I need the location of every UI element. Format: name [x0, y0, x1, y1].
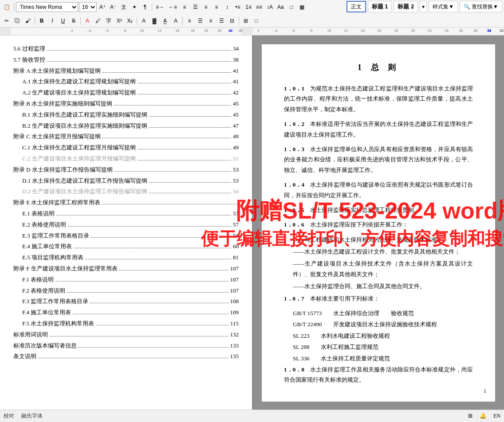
toc-item-f1: F.1 表格说明 107 [13, 275, 239, 285]
style-h1-button[interactable]: 标题 1 [368, 1, 392, 12]
align-justify-button[interactable]: ≡ [212, 2, 221, 12]
toc-panel: 5.6 过程监理 34 5.7 验收管控 38 附录 A 水土保持监理规划编写提… [0, 35, 253, 410]
multilevel-button[interactable]: ≡≡ [254, 2, 264, 12]
main-area: 5.6 过程监理 34 5.7 验收管控 38 附录 A 水土保持监理规划编写提… [0, 35, 504, 410]
toc-item-f4: F.4 施工单位常用表 109 [13, 308, 239, 317]
format-painter-button[interactable]: 🖌 [23, 16, 33, 26]
shape-button[interactable]: □ [252, 16, 261, 26]
cut-button[interactable]: ✂ [2, 16, 12, 26]
separator7 [239, 17, 239, 25]
ruler-right: 2 4 6 8 10 12 14 16 18 20 22 24 26 28 30… [253, 27, 504, 35]
toc-item-d1: D.1 水土保持生态建设工程监理工作报告编写提纲 53 [13, 176, 239, 186]
increase-font-button[interactable]: A⁺ [98, 2, 107, 12]
status-icon-1: ⊞ [468, 413, 472, 419]
toc-item-a1: A.1 水土保持生态建设工程监理规划编写提纲 41 [13, 77, 239, 86]
doc-list: ——与工程建设和水土保持相关的法律、法规及技术标准； ——水土保持生态建设工程设… [284, 234, 473, 292]
align-right-button[interactable]: ≡ [201, 2, 211, 12]
align-right2-button[interactable]: ≡ [206, 16, 216, 26]
ref-item-1: GB/T 15773 水土保持综合治理 验收规范 [293, 308, 473, 318]
text-shading-button[interactable]: A̲ [160, 16, 170, 26]
page-number: 1 [484, 388, 486, 395]
align-center2-button[interactable]: ☰ [195, 16, 205, 26]
text-fill-button[interactable]: ▓ [150, 16, 159, 26]
font-name-select[interactable]: Times New Roma [16, 2, 78, 12]
separator1 [14, 3, 14, 11]
pinyin-button[interactable]: 文 [119, 2, 129, 12]
align-center-button[interactable]: ☰ [190, 2, 200, 12]
text-border-button[interactable]: A [171, 16, 181, 26]
style-panel: 正文 标题 1 标题 2 ▼ 样式集▼ 🔍 查找替换▼ [346, 1, 502, 12]
chapter-title: 1 总 则 [284, 62, 473, 73]
toc-item-e3: E.3 监理工作常用表格目录 58 [13, 231, 239, 241]
toc-item-appendix-d: 附录 D 水土保持监理工作报告编写提纲 53 [13, 165, 239, 175]
indent-increase-button[interactable]: ≡→ [154, 2, 166, 12]
list-item-1: ——与工程建设和水土保持相关的法律、法规及技术标准； [284, 234, 473, 245]
table-button[interactable]: ⊞ [241, 16, 251, 26]
strikethrough-button[interactable]: S [69, 16, 79, 26]
distributed-button[interactable]: ⊟ [227, 16, 237, 26]
indent-decrease-button[interactable]: ←≡ [167, 2, 179, 12]
para-1-0-4: 1．0．4 水土保持监理单位与建设单位应依照有关规定以书面形式签订合同，并应按合… [284, 180, 473, 200]
border-button[interactable]: □ [287, 2, 296, 12]
style-more-button[interactable]: ▼ [420, 1, 427, 12]
italic-button[interactable]: I [47, 16, 57, 26]
subscript-button[interactable]: X₂ [125, 16, 135, 26]
toc-item-c2: C.2 生产建设项目水土保持监理月报编写提纲 51 [13, 154, 239, 164]
doc-page: 1 总 则 1．0．1 为规范水土保持生态建设工程监理和生产建设项目水土保持监理… [262, 44, 495, 402]
line-spacing-button[interactable]: ↕ [222, 2, 232, 12]
toc-item-e4: E.4 施工单位常用表 60 [13, 242, 239, 251]
paste-button[interactable]: 📋 [2, 2, 12, 12]
bold-button[interactable]: B [37, 16, 47, 26]
search-icon: 🔍 [464, 4, 470, 10]
toc-item-appendix-c: 附录 C 水土保持监理月报编写提纲 49 [13, 132, 239, 141]
find-replace-button[interactable]: 🔍 查找替换▼ [460, 1, 502, 12]
toc-item-a2: A.2 生产建设项目水土保持监理规划编写提纲 42 [13, 88, 239, 98]
style-normal-button[interactable]: 正文 [346, 1, 366, 12]
toc-item-f2: F.2 表格使用说明 107 [13, 286, 239, 296]
char-button[interactable]: 字 [104, 16, 114, 26]
bullet-button[interactable]: •≡ [233, 2, 243, 12]
font-size-select[interactable]: 16 [79, 2, 97, 12]
decrease-font-button[interactable]: A⁻ [108, 2, 118, 12]
toc-item-appendix-f: 附录 F 生产建设项目水土保持监理常用表 107 [13, 264, 239, 274]
shading-button[interactable]: ▦ [297, 2, 307, 12]
show-format-button[interactable]: Aa [276, 2, 286, 12]
toc-item-b1: B.1 水土保持生态建设工程监理实施细则编写提纲 45 [13, 110, 239, 120]
superscript-button[interactable]: X² [114, 16, 124, 26]
paragraph-mark-button[interactable]: ¶ [140, 2, 150, 12]
doc-panel: 1 总 则 1．0．1 为规范水土保持生态建设工程监理和生产建设项目水土保持监理… [253, 35, 504, 410]
font-status[interactable]: 融先字体 [21, 412, 43, 420]
separator5 [137, 17, 137, 25]
separator6 [182, 17, 183, 25]
toc-item-5-7: 5.7 验收管控 38 [13, 55, 239, 65]
toc-item-e5: E.5 项目监理机构常用表 81 [13, 253, 239, 262]
para-1-0-6: 1．0．6 水土保持监理应按下列依据开展工作： [284, 219, 473, 230]
numbering-button[interactable]: 1≡ [244, 2, 253, 12]
align-left-button[interactable]: ≡ [180, 2, 189, 12]
toc-item-d2: D.2 生产建设项目水土保持监理工作报告编写提纲 54 [13, 187, 239, 196]
status-bar: 校对 融先字体 ⊞ 🔔 EN [0, 410, 504, 422]
list-item-3: ——生产建设项目水土保持技术文件（含水土保持方案及其设计文件）、批复文件及其他相… [284, 258, 473, 279]
toc-item-appendix-b: 附录 B 水土保持监理实施细则编写提纲 45 [13, 99, 239, 109]
highlight-button[interactable]: 🖊 [93, 16, 103, 26]
toc-item-f3: F.3 监理工作常用表格目录 108 [13, 297, 239, 306]
underline-button[interactable]: U [58, 16, 68, 26]
list-item-4: ——水土保持监理合同、施工合同及其他合同文件。 [284, 281, 473, 291]
copy-button[interactable]: ⿻ [12, 16, 22, 26]
ref-item-3: SL 223 水利水电建设工程验收规程 [293, 331, 473, 341]
doc-refs: GB/T 15773 水土保持综合治理 验收规范 GB/T 22490 开发建设… [284, 308, 473, 363]
style-set-button[interactable]: 样式集▼ [429, 1, 458, 12]
font-color2-button[interactable]: A [139, 16, 149, 26]
toc-item-b2: B.2 生产建设项目水土保持监理实施细则编写提纲 47 [13, 121, 239, 131]
align-justify2-button[interactable]: ☰ [217, 16, 226, 26]
style-h2-button[interactable]: 标题 2 [394, 1, 418, 12]
font-color-button[interactable]: A [83, 16, 92, 26]
ref-item-5: SL 336 水土保持工程质量评定规范 [293, 353, 473, 363]
toc-item-e2: E.2 表格使用说明 57 [13, 220, 239, 230]
align-left2-button[interactable]: ≡ [185, 16, 194, 26]
clear-format-button[interactable]: ✦ [130, 2, 139, 12]
toc-item-appendix-e: 附录 E 水土保持监理工程师常用表 [13, 198, 239, 207]
toc-item-history: 标准历次版本编写者信息 133 [13, 341, 239, 351]
status-icon-2: 🔔 [480, 413, 486, 419]
sort-button[interactable]: ↕A [265, 2, 275, 12]
